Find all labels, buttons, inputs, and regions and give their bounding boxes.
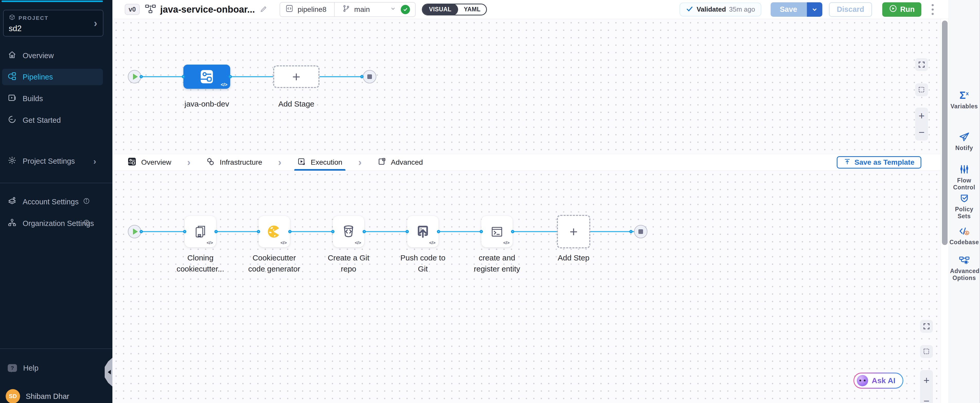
save-as-template-button[interactable]: Save as Template	[837, 156, 921, 169]
sidebar-item-label: Account Settings	[22, 198, 79, 206]
tab-execution[interactable]: Execution	[298, 154, 342, 170]
edge-port[interactable]	[229, 75, 232, 78]
tab-advanced[interactable]: Advanced	[378, 154, 423, 170]
info-icon[interactable]	[83, 198, 90, 206]
marquee-select-button[interactable]	[920, 345, 933, 358]
tab-infrastructure[interactable]: Infrastructure	[206, 154, 262, 170]
sidebar-item-help[interactable]: ? Help	[2, 360, 103, 376]
pipeline-end-node[interactable]	[363, 70, 376, 83]
stage-node-java-onb-dev[interactable]: </>	[183, 65, 230, 89]
step-label: Cloningcookiecutter...	[162, 252, 239, 274]
edge-port[interactable]	[182, 75, 185, 78]
sidebar-item-organization-settings[interactable]: Organization Settings	[2, 215, 103, 232]
rail-item-label: Flow Control	[952, 177, 977, 191]
rail-item-codebase[interactable]: Codebase	[949, 226, 980, 246]
rail-item-policy-sets[interactable]: Policy Sets	[949, 193, 980, 220]
plus-icon: +	[570, 225, 578, 239]
step-push-code-to-git[interactable]: </>	[407, 216, 439, 247]
edit-pencil-icon[interactable]	[259, 5, 268, 14]
fit-to-screen-button[interactable]	[915, 58, 928, 71]
right-tool-rail: Σx Variables Notify Flow Control Policy …	[949, 0, 980, 403]
toggle-yaml[interactable]: YAML	[458, 3, 486, 16]
home-icon	[8, 51, 16, 61]
ask-ai-button[interactable]: Ask AI	[853, 373, 904, 389]
edge-port[interactable]	[288, 230, 292, 233]
edge-port[interactable]	[406, 230, 409, 233]
cookiecutter-icon	[266, 224, 282, 239]
project-selector[interactable]: PROJECT sd2 ›	[3, 10, 103, 37]
toggle-visual[interactable]: VISUAL	[422, 3, 458, 16]
rail-item-notify[interactable]: Notify	[949, 132, 980, 151]
pipeline-gear-icon	[959, 255, 970, 265]
pipeline-graph-icon	[145, 4, 156, 15]
zoom-in-button[interactable]: +	[923, 375, 929, 385]
add-stage-button[interactable]: +	[273, 65, 320, 88]
pipeline-start-node[interactable]	[128, 70, 141, 83]
tab-overview[interactable]: Overview	[128, 154, 171, 170]
validated-status[interactable]: Validated 35m ago	[679, 3, 761, 16]
repo-name: pipeline8	[298, 5, 326, 14]
progress-ring-icon	[8, 115, 16, 126]
stage-canvas[interactable]: </> + java-onb-dev Add Stage + −	[112, 19, 940, 154]
more-options-kebab-icon[interactable]	[930, 3, 935, 16]
ask-ai-label: Ask AI	[872, 376, 896, 385]
execution-end-node[interactable]	[634, 225, 648, 238]
edge-port[interactable]	[511, 230, 514, 233]
marquee-icon	[923, 348, 931, 355]
sidebar-item-builds[interactable]: Builds	[2, 90, 103, 107]
zoom-out-button[interactable]: −	[923, 396, 929, 403]
edge-port[interactable]	[140, 75, 143, 78]
edge-port[interactable]	[629, 230, 633, 233]
bucket-code-icon	[341, 224, 356, 239]
edge-port[interactable]	[183, 230, 186, 233]
fit-to-screen-button[interactable]	[920, 320, 933, 333]
sidebar-item-overview[interactable]: Overview	[2, 47, 103, 64]
zoom-in-button[interactable]: +	[918, 111, 924, 121]
edge-port[interactable]	[140, 230, 143, 233]
save-options-caret[interactable]	[807, 2, 822, 17]
run-button[interactable]: Run	[882, 2, 921, 17]
save-button[interactable]: Save	[771, 2, 807, 17]
vertical-scrollbar	[940, 19, 949, 403]
stage-edge-line	[135, 76, 370, 77]
zoom-controls: + −	[915, 108, 928, 140]
execution-icon	[298, 158, 305, 167]
edge-port[interactable]	[480, 230, 483, 233]
add-step-button[interactable]: +	[557, 215, 590, 248]
stage-label: java-onb-dev	[168, 98, 245, 109]
repo-branch-selector[interactable]: pipeline8 main	[280, 2, 416, 17]
rail-item-variables[interactable]: Σx Variables	[949, 90, 980, 110]
sidebar-item-project-settings[interactable]: Project Settings ›	[2, 153, 103, 169]
step-cookiecutter-generator[interactable]: </>	[258, 216, 290, 247]
edge-port[interactable]	[363, 230, 366, 233]
rail-item-flow-control[interactable]: Flow Control	[949, 164, 980, 191]
execution-start-node[interactable]	[128, 225, 141, 238]
tab-label: Overview	[141, 158, 171, 167]
edge-port[interactable]	[257, 230, 260, 233]
sidebar-item-get-started[interactable]: Get Started	[2, 112, 103, 128]
sidebar-item-pipelines[interactable]: Pipelines	[2, 69, 103, 85]
edge-port[interactable]	[437, 230, 441, 233]
discard-button[interactable]: Discard	[829, 2, 872, 17]
yaml-code-badge-icon: </>	[280, 241, 287, 245]
edge-port[interactable]	[360, 75, 364, 78]
step-create-register-entity[interactable]: </>	[481, 216, 512, 247]
edge-port[interactable]	[215, 230, 218, 233]
sidebar-collapse-handle[interactable]	[105, 358, 112, 387]
info-icon[interactable]	[83, 219, 90, 228]
rail-item-label: Notify	[955, 145, 973, 151]
step-cloning-cookiecutter[interactable]: </>	[185, 216, 216, 247]
step-label: Cookiecuttercode generator	[235, 252, 313, 274]
sidebar-item-account-settings[interactable]: Account Settings	[2, 194, 103, 210]
play-icon	[133, 73, 138, 80]
marquee-icon	[918, 86, 926, 94]
edge-port[interactable]	[331, 230, 335, 233]
rail-item-advanced-options[interactable]: Advanced Options	[949, 255, 980, 282]
scrollbar-thumb[interactable]	[942, 21, 948, 245]
module-accent-bar	[2, 0, 103, 2]
zoom-out-button[interactable]: −	[918, 127, 924, 137]
marquee-select-button[interactable]	[915, 83, 928, 96]
user-profile[interactable]: SD Shibam Dhar	[2, 389, 110, 403]
step-create-git-repo[interactable]: </>	[333, 216, 364, 247]
execution-canvas[interactable]: </> </> </> </> </>	[112, 171, 940, 403]
